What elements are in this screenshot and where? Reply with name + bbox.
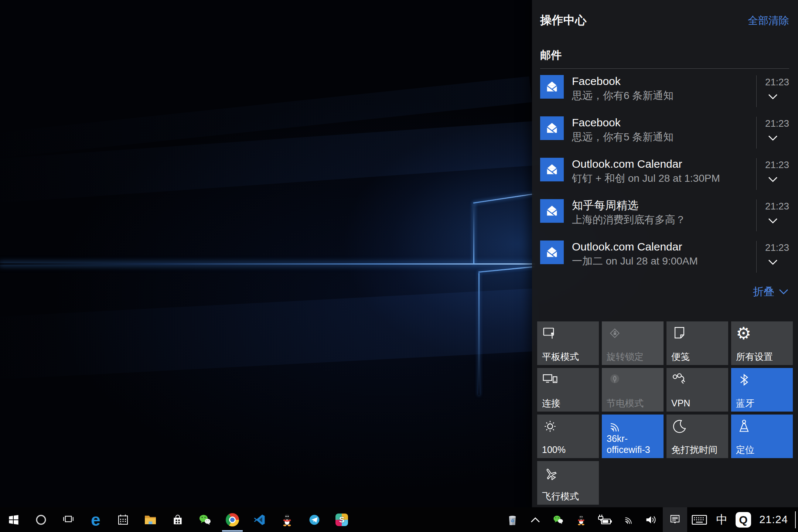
wallpaper-horizon-streak bbox=[0, 263, 535, 265]
tile-airplane-mode[interactable]: 飞行模式 bbox=[537, 461, 599, 505]
tile-all-settings[interactable]: ⚙ 所有设置 bbox=[731, 321, 793, 365]
clear-all-link[interactable]: 全部清除 bbox=[748, 14, 789, 28]
edge-icon: e bbox=[91, 511, 100, 528]
tile-tablet-mode[interactable]: 平板模式 bbox=[537, 321, 599, 365]
notification-time: 21:23 bbox=[765, 158, 789, 171]
notification-body: Outlook.com Calendar 一加二 on Jul 28 at 9:… bbox=[564, 239, 756, 276]
action-center-icon bbox=[668, 513, 682, 526]
notification-time: 21:23 bbox=[765, 75, 789, 88]
tile-note[interactable]: 便笺 bbox=[666, 321, 728, 365]
chrome-icon bbox=[226, 513, 239, 526]
notification-subtitle: 思远，你有5 条新通知 bbox=[572, 130, 756, 144]
airplane-icon bbox=[542, 465, 558, 481]
ime-language-indicator[interactable]: 中 bbox=[712, 507, 732, 532]
tray-wifi-icon[interactable] bbox=[617, 507, 640, 532]
slack-letter: S bbox=[339, 515, 345, 525]
edge-button[interactable]: e bbox=[82, 507, 109, 532]
tile-label: 36kr-officewifi-3 bbox=[607, 433, 662, 455]
task-view-button[interactable] bbox=[55, 507, 82, 532]
expand-notification-button[interactable] bbox=[768, 135, 778, 141]
expand-notification-button[interactable] bbox=[768, 259, 778, 265]
collapse-quick-actions-link[interactable]: 折叠 bbox=[532, 281, 798, 299]
chevron-down-icon bbox=[779, 289, 788, 295]
location-icon bbox=[736, 418, 752, 434]
mail-app-icon bbox=[540, 116, 564, 140]
expand-notification-button[interactable] bbox=[768, 177, 778, 183]
notification-subtitle: 钉钉 + 和创 on Jul 28 at 1:30PM bbox=[572, 171, 756, 185]
notification-title: Outlook.com Calendar bbox=[572, 157, 756, 171]
tile-connect[interactable]: 连接 bbox=[537, 368, 599, 412]
slack-button[interactable]: S bbox=[328, 507, 355, 532]
tile-label: 连接 bbox=[542, 398, 597, 409]
action-center-tray-button[interactable] bbox=[663, 507, 687, 532]
svg-text:♻: ♻ bbox=[511, 518, 514, 523]
tile-label: 100% bbox=[542, 444, 597, 455]
bluetooth-icon bbox=[736, 372, 752, 388]
qq-button[interactable] bbox=[273, 507, 301, 532]
tile-rotation-lock[interactable]: 旋转锁定 bbox=[602, 321, 664, 365]
vpn-icon bbox=[671, 372, 688, 388]
rotation-lock-icon bbox=[607, 325, 623, 341]
notification[interactable]: Outlook.com Calendar 一加二 on Jul 28 at 9:… bbox=[540, 239, 789, 276]
tile-bluetooth[interactable]: 蓝牙 bbox=[731, 368, 793, 412]
tile-label: 旋转锁定 bbox=[607, 351, 662, 362]
start-button[interactable] bbox=[0, 507, 27, 532]
notification-subtitle: 思远，你有6 条新通知 bbox=[572, 89, 756, 103]
notification-body: Facebook 思远，你有6 条新通知 bbox=[564, 74, 756, 111]
tile-label: 所有设置 bbox=[736, 351, 791, 362]
tile-brightness[interactable]: 100% bbox=[537, 415, 599, 458]
q-app-letter: Q bbox=[739, 514, 747, 526]
notification-body: Outlook.com Calendar 钉钉 + 和创 on Jul 28 a… bbox=[564, 157, 756, 194]
wechat-button[interactable] bbox=[191, 507, 219, 532]
show-desktop-button[interactable] bbox=[793, 507, 798, 532]
cortana-ring-icon bbox=[34, 513, 48, 527]
notification-meta: 21:23 bbox=[756, 158, 789, 190]
tile-vpn[interactable]: VPN bbox=[666, 368, 728, 412]
notification-time: 21:23 bbox=[765, 117, 789, 129]
system-tray: ♻ bbox=[501, 507, 798, 532]
touch-keyboard-button[interactable] bbox=[687, 507, 712, 532]
tile-wifi[interactable]: 36kr-officewifi-3 bbox=[602, 415, 664, 458]
volume-icon[interactable] bbox=[640, 507, 663, 532]
notification[interactable]: Outlook.com Calendar 钉钉 + 和创 on Jul 28 a… bbox=[540, 157, 789, 194]
cortana-button[interactable] bbox=[27, 507, 55, 532]
tray-qq-icon[interactable] bbox=[570, 507, 593, 532]
tray-wechat-icon[interactable] bbox=[547, 507, 570, 532]
taskbar: e bbox=[0, 507, 798, 532]
brightness-icon bbox=[542, 418, 558, 434]
wallpaper-light-band bbox=[0, 76, 532, 160]
notification-time: 21:23 bbox=[765, 200, 789, 212]
store-icon bbox=[171, 514, 184, 526]
tray-expand-chevron-icon[interactable] bbox=[524, 507, 547, 532]
wallpaper-window-edge bbox=[473, 194, 534, 204]
q-app-icon: Q bbox=[736, 512, 751, 528]
tile-quiet-hours[interactable]: 免打扰时间 bbox=[666, 415, 728, 458]
tile-label: 蓝牙 bbox=[736, 398, 791, 409]
vscode-button[interactable] bbox=[246, 507, 273, 532]
expand-notification-button[interactable] bbox=[768, 94, 778, 100]
recycle-bin-icon[interactable]: ♻ bbox=[501, 507, 524, 532]
taskbar-clock[interactable]: 21:24 bbox=[754, 507, 793, 532]
chrome-button[interactable] bbox=[219, 507, 246, 532]
battery-charging-icon[interactable] bbox=[593, 507, 617, 532]
store-button[interactable] bbox=[164, 507, 191, 532]
notification-group-header[interactable]: 邮件 bbox=[532, 28, 798, 63]
notification[interactable]: Facebook 思远，你有6 条新通知 21:23 bbox=[540, 74, 789, 111]
notification[interactable]: 知乎每周精选 上海的消费到底有多高？ 21:23 bbox=[540, 198, 789, 235]
tile-battery-saver[interactable]: 节电模式 bbox=[602, 368, 664, 412]
q-app-tray-button[interactable]: Q bbox=[732, 507, 754, 532]
moon-icon bbox=[671, 418, 688, 434]
battery-saver-icon bbox=[607, 372, 623, 388]
calendar-button[interactable] bbox=[109, 507, 137, 532]
expand-notification-button[interactable] bbox=[768, 218, 778, 224]
tile-location[interactable]: 定位 bbox=[731, 415, 793, 458]
mail-app-icon bbox=[540, 241, 564, 264]
notification-subtitle: 一加二 on Jul 28 at 9:00AM bbox=[572, 254, 756, 268]
notification[interactable]: Facebook 思远，你有5 条新通知 21:23 bbox=[540, 115, 789, 152]
wallpaper-window-edge bbox=[473, 204, 474, 264]
quick-actions-grid: 平板模式 旋转锁定 便笺 ⚙ 所有设置 连接 节电模式 bbox=[532, 321, 798, 505]
active-app-indicator bbox=[222, 530, 243, 532]
telegram-button[interactable] bbox=[301, 507, 328, 532]
file-explorer-button[interactable] bbox=[137, 507, 164, 532]
notification-title: Facebook bbox=[572, 115, 756, 130]
